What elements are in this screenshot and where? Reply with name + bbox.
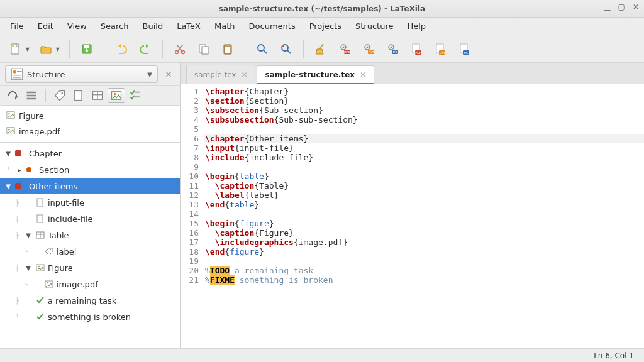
toolbar-separator (45, 89, 46, 102)
menu-structure[interactable]: Structure (349, 19, 400, 33)
disclosure-triangle-icon[interactable]: ▼ (4, 150, 13, 157)
list-item[interactable]: Figure (0, 108, 180, 124)
sidebar: Structure ▼ ✕ Figure image.pdf (0, 63, 181, 348)
code-editor[interactable]: 123456789101112131415161718192021 \chapt… (181, 84, 644, 348)
paste-icon (221, 43, 234, 55)
svg-text:PS: PS (464, 50, 468, 54)
tree-item-chapter-selected[interactable]: ▼ Other items (0, 178, 180, 194)
structure-icon (11, 68, 23, 80)
tree-item-include[interactable]: ├ include-file (0, 211, 180, 227)
view-pdf-button[interactable]: PDF (406, 38, 427, 60)
chapter-bullet-icon (15, 150, 21, 156)
structure-tree: ▼ Chapter └ ▸ Section ▼ Other items ├ (0, 143, 180, 348)
show-tables-button[interactable] (89, 88, 106, 103)
minimize-icon[interactable]: ▁ (604, 3, 610, 11)
tree-item-label: input-file (48, 198, 84, 207)
code-content[interactable]: \chapter{Chapter}\section{Section}\subse… (203, 84, 644, 348)
menu-projects[interactable]: Projects (303, 19, 348, 33)
build-ps-button[interactable]: PS (382, 38, 403, 60)
table-icon (35, 230, 45, 240)
gear-pdf-icon: PDF (338, 43, 351, 55)
tree-item-image[interactable]: └ image.pdf (0, 276, 180, 292)
view-dvi-button[interactable]: DVI (430, 38, 451, 60)
undo-button[interactable] (111, 38, 132, 60)
tree-item-label: Figure (48, 263, 73, 273)
toolbar-separator (245, 40, 245, 58)
toolbar-separator (69, 40, 70, 58)
menu-math[interactable]: Math (208, 19, 242, 33)
tree-item-table[interactable]: ├ ▼ Table (0, 227, 180, 243)
refresh-button[interactable] (4, 88, 21, 103)
show-includes-button[interactable] (70, 88, 87, 103)
show-labels-button[interactable] (51, 88, 69, 103)
tree-item-label: something is broken (48, 312, 131, 322)
scissors-icon (174, 43, 186, 55)
new-button[interactable]: ▼ (5, 38, 33, 60)
panel-selector[interactable]: Structure ▼ (5, 65, 158, 83)
tree-item-fixme[interactable]: └ something is broken (0, 309, 180, 325)
menu-view[interactable]: View (61, 19, 93, 33)
svg-rect-49 (135, 92, 140, 93)
menu-search[interactable]: Search (94, 19, 135, 33)
show-todos-button[interactable] (126, 88, 144, 103)
window-title: sample-structure.tex (~/test/samples) - … (219, 4, 425, 13)
tree-item-label: include-file (48, 214, 93, 224)
clean-button[interactable] (310, 38, 331, 60)
dropdown-icon: ▼ (26, 46, 30, 52)
disclosure-triangle-icon[interactable]: ▼ (24, 232, 33, 239)
svg-rect-7 (202, 47, 208, 54)
menu-build[interactable]: Build (136, 19, 170, 33)
image-icon (44, 279, 54, 289)
tree-item-label: image.pdf (57, 280, 98, 289)
close-icon[interactable]: ✕ (241, 70, 247, 79)
section-bullet-icon (26, 167, 31, 172)
cut-button[interactable] (169, 38, 191, 60)
disclosure-triangle-icon[interactable]: ▼ (24, 265, 33, 272)
build-pdf-button[interactable]: PDF (334, 38, 355, 60)
show-figures-button[interactable] (108, 88, 125, 103)
panel-close-button[interactable]: ✕ (162, 67, 175, 81)
list-item[interactable]: image.pdf (0, 124, 180, 140)
tab-label: sample.tex (194, 70, 236, 79)
maximize-icon[interactable]: ▢ (618, 3, 625, 11)
menu-help[interactable]: Help (401, 19, 432, 33)
menu-documents[interactable]: Documents (243, 19, 302, 33)
tree-item-section[interactable]: └ ▸ Section (0, 162, 180, 178)
svg-point-11 (258, 45, 264, 51)
view-ps-button[interactable]: PS (453, 38, 475, 60)
tab-sample-structure[interactable]: sample-structure.tex ✕ (257, 65, 374, 84)
redo-button[interactable] (135, 38, 156, 60)
close-icon[interactable]: ✕ (633, 3, 639, 11)
svg-rect-37 (13, 75, 21, 76)
copy-button[interactable] (193, 38, 214, 60)
tree-item-input[interactable]: ├ input-file (0, 194, 180, 211)
menu-file[interactable]: File (4, 19, 30, 33)
svg-rect-40 (27, 95, 36, 97)
close-icon[interactable]: ✕ (360, 70, 366, 79)
tab-sample[interactable]: sample.tex ✕ (186, 65, 255, 84)
svg-point-52 (8, 113, 10, 115)
menu-edit[interactable]: Edit (31, 19, 60, 33)
tree-item-todo[interactable]: ├ a remaining task (0, 292, 180, 309)
window-titlebar: sample-structure.tex (~/test/samples) - … (0, 0, 644, 18)
file-icon (35, 214, 45, 224)
find-replace-button[interactable] (275, 38, 297, 60)
svg-point-22 (391, 46, 392, 48)
tab-label: sample-structure.tex (265, 70, 355, 79)
disclosure-triangle-icon[interactable]: ▼ (4, 183, 13, 190)
tree-item-label[interactable]: └ label (0, 243, 180, 260)
tree-item-chapter[interactable]: ▼ Chapter (0, 145, 180, 162)
disclosure-triangle-icon[interactable]: ▸ (15, 167, 24, 173)
find-button[interactable] (252, 38, 273, 60)
menu-latex[interactable]: LaTeX (170, 19, 207, 33)
tree-item-figure[interactable]: ├ ▼ Figure (0, 260, 180, 276)
paste-button[interactable] (217, 38, 238, 60)
search-icon (256, 43, 269, 55)
collapse-all-button[interactable] (23, 88, 40, 103)
open-button[interactable]: ▼ (35, 38, 63, 60)
build-dvi-button[interactable]: DVI (358, 38, 379, 60)
cursor-position: Ln 6, Col 1 (594, 351, 634, 360)
save-button[interactable] (76, 38, 97, 60)
svg-rect-10 (225, 47, 230, 53)
svg-rect-9 (226, 44, 230, 46)
